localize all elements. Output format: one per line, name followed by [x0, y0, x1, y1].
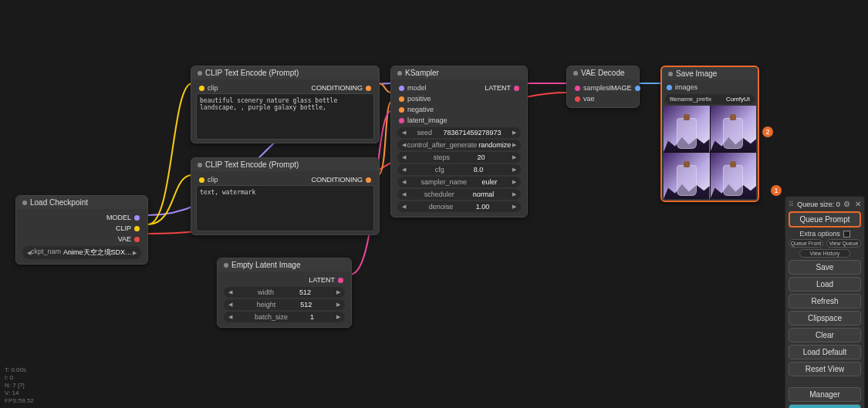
node-header[interactable]: CLIP Text Encode (Prompt): [191, 66, 379, 79]
widget-height[interactable]: ◀height512▶: [224, 299, 345, 310]
port-latent-out[interactable]: [338, 278, 343, 283]
clipspace-button[interactable]: Clipspace: [789, 311, 861, 325]
collapse-dot-icon[interactable]: [198, 163, 202, 167]
save-button[interactable]: Save: [789, 260, 861, 275]
view-history-button[interactable]: View History: [799, 249, 850, 258]
port-model-out[interactable]: [134, 215, 140, 221]
gear-icon[interactable]: ⚙: [843, 200, 850, 208]
node-clip-negative[interactable]: CLIP Text Encode (Prompt) clip CONDITION…: [191, 157, 380, 235]
port-samples-in[interactable]: [575, 86, 580, 91]
port-model-in[interactable]: [399, 86, 404, 91]
collapse-dot-icon[interactable]: [573, 71, 578, 76]
node-save-image[interactable]: Save Image images filename_prefixComfyUI: [660, 66, 759, 202]
port-negative-in[interactable]: [399, 107, 404, 113]
annotation-badge-2: 2: [762, 126, 773, 137]
annotation-badge-1: 1: [771, 185, 782, 196]
preview-image[interactable]: [664, 106, 710, 152]
grip-icon[interactable]: ⠿: [789, 201, 794, 208]
widget-batch-size[interactable]: ◀batch_size1▶: [224, 312, 345, 322]
collapse-dot-icon[interactable]: [22, 201, 27, 205]
widget-sampler-name[interactable]: ◀sampler_nameeuler▶: [397, 177, 521, 187]
output-latent: LATENT: [309, 276, 335, 284]
share-button[interactable]: Share: [789, 404, 861, 408]
port-vae-out[interactable]: [134, 237, 140, 242]
widget-ckpt-name[interactable]: ◀ ckpt_namAnime天空之境SDXL.safetensors ▶: [22, 246, 141, 259]
prompt-textarea[interactable]: text, watermark: [196, 185, 374, 231]
manager-button[interactable]: Manager: [789, 387, 861, 402]
port-latent-out[interactable]: [514, 86, 519, 91]
extra-options[interactable]: Extra options: [789, 230, 861, 238]
input-clip: clip: [208, 84, 218, 92]
input-images: images: [675, 83, 697, 91]
preview-image[interactable]: [664, 153, 710, 199]
load-button[interactable]: Load: [789, 277, 861, 292]
close-icon[interactable]: ✕: [855, 200, 861, 208]
output-vae: VAE: [118, 235, 131, 243]
queue-size-label: Queue size: 0: [797, 201, 840, 208]
collapse-dot-icon[interactable]: [397, 71, 402, 76]
control-panel[interactable]: ⠿ Queue size: 0 ⚙ ✕ Queue Prompt Extra o…: [785, 196, 865, 408]
port-images-in[interactable]: [667, 85, 672, 90]
collapse-dot-icon[interactable]: [198, 71, 202, 76]
node-title: Save Image: [676, 69, 717, 78]
node-header[interactable]: Save Image: [662, 67, 758, 80]
node-vae-decode[interactable]: VAE Decode samples IMAGE vae: [566, 66, 640, 108]
node-empty-latent[interactable]: Empty Latent Image LATENT ◀width512▶ ◀he…: [217, 258, 352, 328]
port-clip-in[interactable]: [199, 86, 204, 91]
output-clip: CLIP: [116, 224, 131, 232]
port-positive-in[interactable]: [399, 96, 404, 102]
widget-width[interactable]: ◀width512▶: [224, 287, 345, 298]
port-cond-out[interactable]: [366, 86, 371, 91]
output-conditioning: CONDITIONING: [312, 176, 363, 184]
load-default-button[interactable]: Load Default: [789, 345, 861, 359]
queue-front-button[interactable]: Queue Front: [789, 239, 823, 248]
input-clip: clip: [208, 176, 218, 184]
collapse-dot-icon[interactable]: [224, 263, 228, 268]
node-header[interactable]: Empty Latent Image: [218, 258, 351, 271]
node-title: Load Checkpoint: [30, 198, 88, 207]
port-latent-in[interactable]: [399, 118, 404, 123]
output-latent: LATENT: [485, 84, 511, 92]
refresh-button[interactable]: Refresh: [789, 294, 861, 309]
input-latent-image: latent_image: [407, 116, 448, 124]
node-ksampler[interactable]: KSampler model LATENT positive negative …: [390, 66, 528, 217]
graph-canvas[interactable]: Load Checkpoint MODEL CLIP VAE ◀ ckpt_na…: [0, 0, 868, 408]
node-title: CLIP Text Encode (Prompt): [205, 69, 299, 77]
widget-steps[interactable]: ◀steps20▶: [397, 152, 521, 163]
node-header[interactable]: CLIP Text Encode (Prompt): [191, 158, 379, 171]
port-clip-out[interactable]: [134, 226, 140, 231]
widget-filename-prefix[interactable]: filename_prefixComfyUI: [665, 94, 755, 104]
collapse-dot-icon[interactable]: [668, 72, 673, 76]
preview-image[interactable]: [711, 106, 757, 152]
checkbox-icon[interactable]: [843, 231, 850, 238]
node-header[interactable]: VAE Decode: [567, 66, 639, 79]
node-title: Empty Latent Image: [231, 261, 301, 269]
node-clip-positive[interactable]: CLIP Text Encode (Prompt) clip CONDITION…: [191, 66, 380, 143]
preview-grid: [664, 106, 756, 199]
reset-view-button[interactable]: Reset View: [789, 362, 861, 376]
output-conditioning: CONDITIONING: [312, 84, 363, 92]
input-samples: samples: [583, 84, 610, 92]
widget-control-after-generate[interactable]: ◀control_after_generaterandomize▶: [397, 140, 521, 150]
preview-image[interactable]: [711, 153, 757, 199]
widget-scheduler[interactable]: ◀schedulernormal▶: [397, 189, 521, 200]
chevron-right-icon[interactable]: ▶: [133, 250, 137, 256]
widget-seed[interactable]: ◀seed783671459278973▶: [397, 127, 521, 138]
port-vae-in[interactable]: [575, 96, 580, 102]
clear-button[interactable]: Clear: [789, 328, 861, 342]
widget-denoise[interactable]: ◀denoise1.00▶: [397, 201, 521, 212]
node-header[interactable]: KSampler: [391, 66, 527, 79]
port-image-out[interactable]: [635, 86, 640, 91]
node-title: CLIP Text Encode (Prompt): [205, 160, 299, 169]
input-negative: negative: [407, 106, 434, 113]
port-cond-out[interactable]: [366, 177, 371, 183]
node-load-checkpoint[interactable]: Load Checkpoint MODEL CLIP VAE ◀ ckpt_na…: [15, 195, 148, 265]
prompt-textarea[interactable]: beautiful scenery nature glass bottle la…: [196, 93, 374, 140]
node-title: VAE Decode: [581, 69, 625, 77]
view-queue-button[interactable]: View Queue: [826, 239, 861, 248]
widget-cfg[interactable]: ◀cfg8.0▶: [397, 164, 521, 175]
port-clip-in[interactable]: [199, 177, 204, 183]
queue-prompt-button[interactable]: Queue Prompt: [789, 211, 861, 228]
output-image: IMAGE: [610, 84, 632, 92]
node-header[interactable]: Load Checkpoint: [16, 196, 147, 209]
